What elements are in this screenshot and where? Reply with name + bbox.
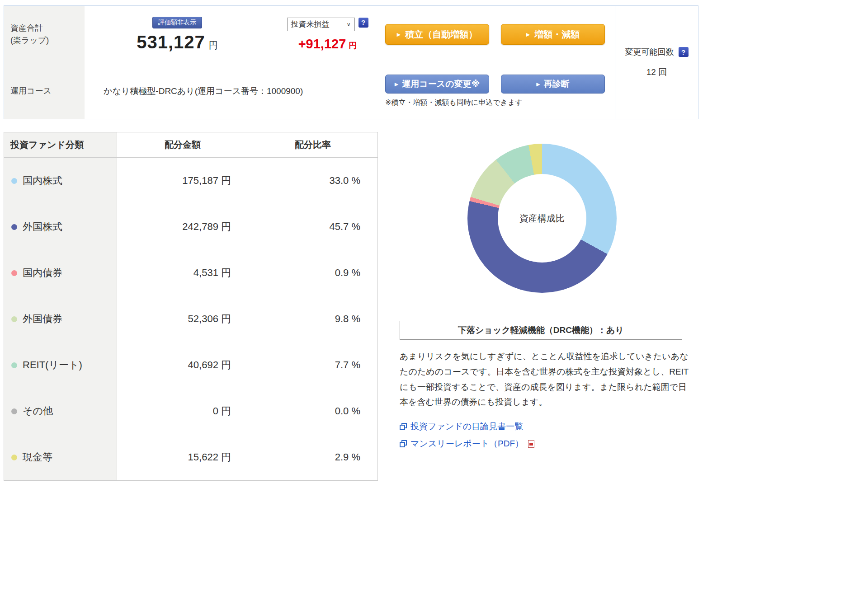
arrow-right-icon: ▶ xyxy=(536,82,540,87)
fund-allocation-table: 投資ファンド分類 配分金額 配分比率 国内株式 175,187 円 33.0 %… xyxy=(4,132,378,481)
change-count-panel: 変更可能回数 ? 12 回 xyxy=(615,6,698,119)
course-label: 運用コース xyxy=(4,63,85,119)
tsumitate-button-label: 積立（自動増額） xyxy=(405,28,477,41)
prospectus-list-link-label: 投資ファンドの目論見書一覧 xyxy=(410,421,523,432)
help-icon[interactable]: ? xyxy=(359,18,368,28)
arrow-right-icon: ▶ xyxy=(526,32,530,37)
category-color-dot xyxy=(11,178,17,184)
ratio-cell: 2.9 % xyxy=(248,434,377,480)
asset-total-label-line1: 資産合計 xyxy=(10,22,85,34)
category-cell: 外国債券 xyxy=(4,296,117,342)
table-row: REIT(リート) 40,692 円 7.7 % xyxy=(4,342,377,388)
arrow-right-icon: ▶ xyxy=(397,32,401,37)
ratio-cell: 0.0 % xyxy=(248,388,377,434)
pdf-file-icon xyxy=(528,440,534,448)
category-cell: その他 xyxy=(4,388,117,434)
course-action-column: ▶ 運用コースの変更※ ▶ 再診断 ※積立・増額・減額も同時に申込できます xyxy=(385,75,615,108)
change-count-label: 変更可能回数 xyxy=(625,47,674,57)
course-description: あまりリスクを気にしすぎずに、とことん収益性を追求していきたいあなたのためのコー… xyxy=(400,349,693,410)
asset-total-label-line2: (楽ラップ) xyxy=(10,34,85,47)
course-action-buttons: ▶ 運用コースの変更※ ▶ 再診断 xyxy=(385,75,605,94)
table-header-row: 投資ファンド分類 配分金額 配分比率 xyxy=(4,132,377,158)
top-action-buttons: ▶ 積立（自動増額） ▶ 増額・減額 xyxy=(385,24,615,45)
ratio-cell: 33.0 % xyxy=(248,158,377,204)
tsumitate-button[interactable]: ▶ 積立（自動増額） xyxy=(385,24,489,45)
table-row: 外国債券 52,306 円 9.8 % xyxy=(4,296,377,342)
external-link-icon xyxy=(400,440,407,447)
prospectus-list-link[interactable]: 投資ファンドの目論見書一覧 xyxy=(400,421,523,432)
asset-total-label: 資産合計 (楽ラップ) xyxy=(4,6,85,63)
hide-valuation-button[interactable]: 評価額非表示 xyxy=(152,17,202,28)
category-cell: 国内株式 xyxy=(4,158,117,204)
table-row: 国内債券 4,531 円 0.9 % xyxy=(4,250,377,296)
arrow-right-icon: ▶ xyxy=(395,82,398,87)
category-cell: REIT(リート) xyxy=(4,342,117,388)
total-amount-unit: 円 xyxy=(209,39,218,52)
zougaku-button-label: 増額・減額 xyxy=(534,28,580,41)
page-root: 資産合計 (楽ラップ) 評価額非表示 531,127 円 xyxy=(0,0,868,481)
course-info-column: 資産構成比 下落ショック軽減機能（DRC機能）：あり あまりリスクを気にしすぎず… xyxy=(400,132,699,481)
profit-period-select[interactable]: 投資来損益 ∨ xyxy=(287,18,355,31)
category-cell: 国内債券 xyxy=(4,250,117,296)
profit-amount-value: +91,127 xyxy=(298,37,346,52)
profit-block: 投資来損益 ∨ ? +91,127 円 xyxy=(270,18,385,52)
asset-total-content: 評価額非表示 531,127 円 投資来損益 ∨ ? xyxy=(85,6,615,63)
category-label: 外国株式 xyxy=(23,220,62,234)
header-allocation-amount: 配分金額 xyxy=(117,132,248,157)
help-icon[interactable]: ? xyxy=(679,47,689,57)
table-row: その他 0 円 0.0 % xyxy=(4,388,377,434)
table-row: 国内株式 175,187 円 33.0 % xyxy=(4,158,377,204)
summary-main: 資産合計 (楽ラップ) 評価額非表示 531,127 円 xyxy=(4,6,615,119)
category-color-dot xyxy=(11,316,17,322)
profit-select-row: 投資来損益 ∨ ? xyxy=(287,18,368,31)
amount-cell: 40,692 円 xyxy=(117,342,248,388)
monthly-report-link-label: マンスリーレポート（PDF） xyxy=(410,438,524,450)
amount-cell: 15,622 円 xyxy=(117,434,248,480)
rediagnosis-button[interactable]: ▶ 再診断 xyxy=(501,75,605,94)
total-amount-line: 531,127 円 xyxy=(137,32,218,52)
category-color-dot xyxy=(11,224,17,230)
category-color-dot xyxy=(11,270,17,276)
header-allocation-ratio: 配分比率 xyxy=(248,132,377,157)
account-summary-panel: 資産合計 (楽ラップ) 評価額非表示 531,127 円 xyxy=(4,5,698,119)
category-label: 国内債券 xyxy=(23,266,62,280)
drc-feature-title: 下落ショック軽減機能（DRC機能）：あり xyxy=(458,324,624,336)
document-links: 投資ファンドの目論見書一覧 マンスリーレポート（PDF） xyxy=(400,421,699,450)
amount-cell: 52,306 円 xyxy=(117,296,248,342)
zougaku-genngaku-button[interactable]: ▶ 増額・減額 xyxy=(501,24,605,45)
drc-feature-box: 下落ショック軽減機能（DRC機能）：あり xyxy=(400,321,682,340)
rediagnosis-button-label: 再診断 xyxy=(544,78,570,90)
allocation-section: 投資ファンド分類 配分金額 配分比率 国内株式 175,187 円 33.0 %… xyxy=(4,132,868,481)
header-fund-category: 投資ファンド分類 xyxy=(4,132,117,157)
category-label: REIT(リート) xyxy=(23,358,82,372)
course-value: かなり積極型-DRCあり(運用コース番号：1000900) xyxy=(104,85,303,97)
category-label: 現金等 xyxy=(23,450,52,464)
category-color-dot xyxy=(11,408,17,414)
external-link-icon xyxy=(400,423,407,430)
total-amount-value: 531,127 xyxy=(137,32,205,52)
donut-center-label: 資産構成比 xyxy=(498,174,586,263)
chevron-down-icon: ∨ xyxy=(347,21,351,28)
table-row: 現金等 15,622 円 2.9 % xyxy=(4,434,377,480)
change-count-value: 12 回 xyxy=(646,66,667,78)
course-content: かなり積極型-DRCあり(運用コース番号：1000900) ▶ 運用コースの変更… xyxy=(85,63,615,119)
profit-amount-unit: 円 xyxy=(349,40,357,51)
category-color-dot xyxy=(11,455,17,460)
category-label: 国内株式 xyxy=(23,174,62,188)
course-change-button[interactable]: ▶ 運用コースの変更※ xyxy=(385,75,489,94)
total-amount-block: 評価額非表示 531,127 円 xyxy=(85,17,270,52)
change-count-label-row: 変更可能回数 ? xyxy=(625,47,689,57)
category-cell: 外国株式 xyxy=(4,204,117,250)
category-cell: 現金等 xyxy=(4,434,117,480)
simultaneous-application-note: ※積立・増額・減額も同時に申込できます xyxy=(385,98,605,108)
amount-cell: 0 円 xyxy=(117,388,248,434)
monthly-report-link[interactable]: マンスリーレポート（PDF） xyxy=(400,438,534,450)
amount-cell: 175,187 円 xyxy=(117,158,248,204)
course-label-text: 運用コース xyxy=(10,85,85,97)
table-row: 外国株式 242,789 円 45.7 % xyxy=(4,204,377,250)
profit-amount-line: +91,127 円 xyxy=(298,37,357,52)
category-color-dot xyxy=(11,362,17,368)
asset-total-row: 資産合計 (楽ラップ) 評価額非表示 531,127 円 xyxy=(4,6,615,63)
amount-cell: 242,789 円 xyxy=(117,204,248,250)
ratio-cell: 0.9 % xyxy=(248,250,377,296)
